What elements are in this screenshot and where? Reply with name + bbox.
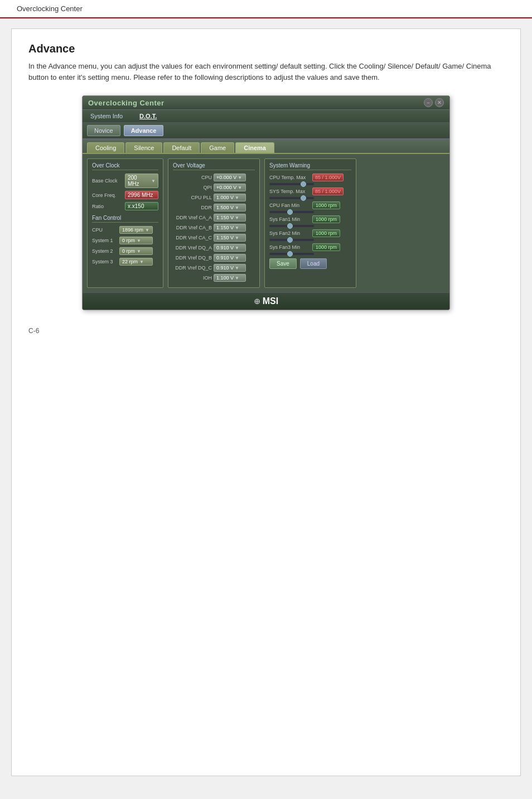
page-content: Advance In the Advance menu, you can adj… [11, 28, 521, 776]
menu-dot[interactable]: D.O.T. [136, 112, 160, 121]
msi-logo: ⊕ MSI [86, 296, 446, 306]
volt-ddr-vref-ca-a-value: 1.150 V [216, 215, 234, 220]
fan-sys2-row: System 2 0 rpm ▼ [92, 247, 158, 255]
app-title: Overclocking Center [88, 99, 165, 107]
volt-ddr-vref-dq-b-value: 0.910 V [216, 255, 234, 261]
fan-sys2-value: 0 rpm [122, 248, 135, 254]
core-freq-value: 2996 MHz [128, 192, 153, 198]
volt-ioh-label: IOH [173, 275, 212, 281]
volt-ddr-vref-ca-a-dropdown[interactable]: 1.150 V ▼ [214, 214, 246, 222]
cpu-fan-slider-thumb[interactable] [287, 209, 293, 215]
section-description: In the Advance menu, you can adjust the … [28, 61, 504, 83]
fan-sys1-arrow-icon: ▼ [137, 238, 141, 243]
sys-temp-slider[interactable] [269, 197, 314, 199]
app-main: Over Clock Base Clock 200 MHz ▼ Core Fre… [83, 154, 449, 292]
system-warning-panel: System Warning CPU Temp. Max 85 / 1.000V… [264, 158, 356, 288]
msi-logo-text: MSI [263, 296, 278, 306]
volt-ddr-dropdown[interactable]: 1.500 V ▼ [214, 204, 246, 211]
fan-cpu-label: CPU [92, 227, 117, 233]
volt-cpupll-dropdown[interactable]: 1.000 V ▼ [214, 194, 246, 201]
sys-fan2-slider-thumb[interactable] [287, 237, 293, 243]
volt-ddr-vref-dq-a-dropdown[interactable]: 0.910 V ▼ [214, 244, 246, 252]
sys-fan1-slider-thumb[interactable] [287, 223, 293, 229]
page-number: C-6 [28, 327, 504, 335]
tab-game[interactable]: Game [201, 142, 234, 153]
base-clock-value: 200 MHz [128, 175, 149, 187]
base-clock-row: Base Clock 200 MHz ▼ [92, 174, 158, 188]
sys-fan1-min-value[interactable]: 1000 rpm [312, 215, 340, 223]
volt-ddr-dq-c-arrow-icon: ▼ [235, 266, 239, 271]
base-clock-label: Base Clock [92, 178, 123, 184]
cpu-fan-min-label: CPU Fan Min [269, 203, 311, 208]
volt-ddr-vref-ca-b-label: DDR Vref CA_B [173, 225, 212, 230]
sys-temp-max-value[interactable]: 85 / 1.000V [312, 187, 344, 195]
close-button[interactable]: ✕ [435, 98, 444, 107]
msi-logo-cross-icon: ⊕ [254, 297, 260, 306]
tab-cinema[interactable]: Cinema [235, 142, 274, 153]
cpu-temp-slider-thumb[interactable] [301, 181, 306, 187]
volt-ioh-row: IOH 1.100 V ▼ [173, 274, 255, 282]
ratio-dropdown[interactable]: x.x150 [125, 202, 158, 210]
sys-fan3-min-row: Sys Fan3 Min 1000 rpm [269, 243, 351, 251]
sys-fan2-min-label: Sys Fan2 Min [269, 230, 311, 236]
sys-fan3-slider[interactable] [269, 253, 314, 255]
cpu-fan-min-row: CPU Fan Min 1000 rpm [269, 201, 351, 209]
cpu-fan-slider[interactable] [269, 211, 314, 213]
cpu-temp-max-value[interactable]: 85 / 1.000V [312, 174, 344, 181]
base-clock-arrow-icon: ▼ [151, 179, 156, 184]
menu-system-info[interactable]: System Info [87, 112, 126, 121]
cpu-fan-min-value[interactable]: 1000 rpm [312, 201, 340, 209]
fan-control-section: Fan Control CPU 1896 rpm ▼ System 1 0 rp… [92, 215, 158, 266]
minimize-button[interactable]: – [424, 98, 433, 107]
over-clock-panel: Over Clock Base Clock 200 MHz ▼ Core Fre… [87, 158, 163, 288]
volt-ddr-vref-dq-b-label: DDR Vref DQ_B [173, 255, 212, 261]
tab-silence[interactable]: Silence [125, 142, 162, 153]
header-title: Overclocking Center [17, 4, 83, 13]
sys-fan3-slider-thumb[interactable] [287, 251, 293, 257]
volt-ddr-vref-ca-c-dropdown[interactable]: 1.150 V ▼ [214, 234, 246, 242]
cpu-temp-max-row: CPU Temp. Max 85 / 1.000V [269, 174, 351, 181]
fan-sys1-label: System 1 [92, 238, 117, 243]
sys-temp-slider-thumb[interactable] [301, 195, 306, 201]
volt-ddr-arrow-icon: ▼ [235, 205, 239, 210]
titlebar-controls: – ✕ [424, 98, 444, 107]
volt-ddr-vref-ca-a-label: DDR Vref CA_A [173, 215, 212, 220]
cpu-temp-max-label: CPU Temp. Max [269, 175, 311, 180]
fan-sys3-dropdown[interactable]: 22 rpm ▼ [119, 258, 153, 266]
volt-cpupll-arrow-icon: ▼ [235, 195, 239, 200]
sys-fan1-slider[interactable] [269, 225, 314, 227]
advance-button[interactable]: Advance [124, 125, 164, 136]
volt-ddr-vref-ca-b-dropdown[interactable]: 1.150 V ▼ [214, 224, 246, 232]
fan-sys2-arrow-icon: ▼ [137, 249, 141, 254]
volt-ddr-vref-dq-b-dropdown[interactable]: 0.910 V ▼ [214, 254, 246, 262]
volt-ddr-vref-dq-c-label: DDR Vref DQ_C [173, 265, 212, 271]
sys-temp-slider-row [269, 197, 351, 199]
sys-fan2-slider-row [269, 239, 351, 241]
fan-sys1-row: System 1 0 rpm ▼ [92, 237, 158, 244]
volt-ioh-dropdown[interactable]: 1.100 V ▼ [214, 274, 246, 282]
fan-cpu-dropdown[interactable]: 1896 rpm ▼ [119, 226, 153, 234]
base-clock-dropdown[interactable]: 200 MHz ▼ [125, 174, 158, 188]
volt-cpu-dropdown[interactable]: +0.000 V ▼ [214, 174, 246, 181]
volt-ddr-vref-ca-a-row: DDR Vref CA_A 1.150 V ▼ [173, 214, 255, 222]
load-button[interactable]: Load [300, 258, 327, 269]
volt-ddr-vref-dq-c-row: DDR Vref DQ_C 0.910 V ▼ [173, 264, 255, 272]
sys-fan2-min-value[interactable]: 1000 rpm [312, 229, 340, 237]
volt-ddr-vref-ca-b-value: 1.150 V [216, 225, 234, 230]
save-button[interactable]: Save [269, 258, 297, 269]
fan-sys1-dropdown[interactable]: 0 rpm ▼ [119, 237, 153, 244]
fan-sys2-dropdown[interactable]: 0 rpm ▼ [119, 247, 153, 255]
sys-fan3-min-value[interactable]: 1000 rpm [312, 243, 340, 251]
tab-cooling[interactable]: Cooling [87, 142, 124, 153]
section-title: Advance [28, 42, 504, 55]
volt-ddr-vref-dq-c-dropdown[interactable]: 0.910 V ▼ [214, 264, 246, 272]
volt-qpi-dropdown[interactable]: +0.000 V ▼ [214, 184, 246, 191]
over-clock-title: Over Clock [92, 162, 158, 170]
tab-default[interactable]: Default [163, 142, 200, 153]
core-freq-dropdown[interactable]: 2996 MHz [125, 191, 158, 199]
sys-fan2-slider[interactable] [269, 239, 314, 241]
fan-cpu-row: CPU 1896 rpm ▼ [92, 226, 158, 234]
volt-cpu-value: +0.000 V [216, 175, 236, 180]
novice-button[interactable]: Novice [87, 125, 120, 136]
cpu-temp-slider[interactable] [269, 183, 314, 185]
